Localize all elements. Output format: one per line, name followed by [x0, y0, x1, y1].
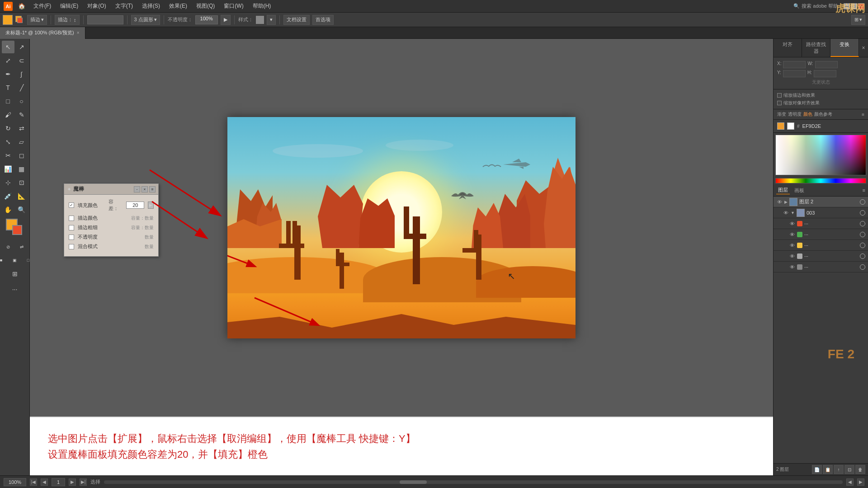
w-input[interactable]	[815, 61, 838, 68]
eraser-tool[interactable]: ◻	[15, 149, 28, 162]
gray2-layer-eye[interactable]: 👁	[789, 264, 795, 270]
reflect-tool[interactable]: ⇄	[15, 122, 28, 135]
arrange-button[interactable]: ⊞ ▾	[851, 15, 865, 25]
next-page-btn[interactable]: ▶	[69, 479, 76, 486]
opacity-input[interactable]: 100%	[195, 15, 218, 24]
y-input[interactable]	[783, 70, 806, 77]
gray1-layer-eye[interactable]: 👁	[789, 253, 795, 259]
scissors-tool[interactable]: ✂	[2, 149, 14, 162]
fill-none-icon[interactable]: ⊘	[2, 240, 14, 253]
point-type-button[interactable]: 3 点圆形 ▾	[131, 15, 160, 25]
move-to-layer-button[interactable]: ↑	[834, 465, 844, 474]
color-picker-main[interactable]	[775, 135, 866, 175]
red-layer-circle[interactable]	[860, 221, 865, 226]
layers-panel-menu-icon[interactable]: ≡	[863, 188, 865, 193]
menu-window[interactable]: 窗口(W)	[220, 1, 247, 11]
gradient-mode-icon[interactable]: ▣	[9, 254, 21, 267]
close-app-button[interactable]: ×	[858, 3, 864, 9]
select-tool[interactable]: ↖	[2, 41, 14, 53]
menu-view[interactable]: 视图(Q)	[193, 1, 218, 11]
stroke-color-checkbox[interactable]	[69, 216, 74, 221]
artboard-tool[interactable]: ⊡	[15, 176, 28, 189]
scroll-right-btn[interactable]: ▶	[857, 479, 864, 486]
fill-color-checkbox[interactable]: ✓	[69, 202, 74, 208]
menu-select[interactable]: 选择(S)	[138, 1, 164, 11]
scale-strokes-checkbox[interactable]	[777, 93, 782, 98]
first-page-btn[interactable]: |◀	[30, 479, 37, 486]
layers-tab[interactable]: 图层	[776, 186, 790, 194]
color-sublayer-red[interactable]: 👁 ···	[774, 218, 868, 229]
artboard-tab[interactable]: 画板	[793, 187, 806, 194]
zoom-tool[interactable]: 🔍	[15, 203, 28, 216]
scrollbar-thumb[interactable]	[400, 480, 427, 484]
yellow-layer-eye[interactable]: 👁	[789, 242, 795, 249]
background-color-swatch[interactable]	[12, 225, 22, 235]
green-layer-circle[interactable]	[860, 232, 865, 237]
last-page-btn[interactable]: ▶|	[80, 479, 87, 486]
screen-mode-button[interactable]: ⊞	[9, 267, 21, 280]
brush-mode-button[interactable]: 插边 ▾	[27, 15, 47, 25]
color-mode-icon[interactable]: ■	[0, 254, 8, 267]
symbol-tool[interactable]: ⊹	[2, 176, 14, 189]
color-picker-hue[interactable]	[775, 178, 866, 183]
doc-settings-button[interactable]: 文档设置	[283, 15, 310, 25]
layer003-target-circle[interactable]	[860, 210, 865, 216]
blob-brush-tool[interactable]: ✎	[15, 108, 28, 121]
hand-tool[interactable]: ✋	[2, 203, 14, 216]
horizontal-scrollbar[interactable]	[104, 480, 843, 484]
zoom-input[interactable]	[4, 478, 26, 486]
curvature-tool[interactable]: ∫	[15, 68, 28, 80]
style-button[interactable]: ▾	[267, 15, 276, 25]
tab-align[interactable]: 对齐	[774, 39, 802, 57]
rect-tool[interactable]: □	[2, 95, 14, 108]
magic-panel-close[interactable]: ×	[142, 186, 148, 192]
magic-panel-minimize[interactable]: -	[134, 186, 140, 192]
style-swatch[interactable]	[256, 16, 264, 24]
menu-edit[interactable]: 编辑(E)	[57, 1, 82, 11]
more-tools-button[interactable]: ···	[9, 283, 21, 296]
gray2-layer-circle[interactable]	[860, 264, 865, 270]
menu-object[interactable]: 对象(O)	[84, 1, 109, 11]
yellow-layer-circle[interactable]	[860, 243, 865, 248]
width-input[interactable]	[87, 15, 123, 24]
panel-menu-icon[interactable]: ≡	[862, 112, 864, 117]
menu-file[interactable]: 文件(F)	[30, 1, 55, 11]
color-sublayer-gray1[interactable]: 👁 ···	[774, 251, 868, 262]
document-tab[interactable]: 未标题-1* @ 100% (RGB/预览) ×	[0, 27, 85, 39]
blend-mode-checkbox[interactable]	[69, 244, 74, 249]
document-tab-close[interactable]: ×	[77, 30, 80, 35]
eyedropper-tool[interactable]: 💉	[2, 190, 14, 202]
x-input[interactable]	[783, 61, 806, 68]
green-layer-eye[interactable]: 👁	[789, 231, 795, 238]
direct-select-tool[interactable]: ↗	[15, 41, 28, 53]
opacity-increase-button[interactable]: ▶	[221, 15, 231, 25]
h-input[interactable]	[814, 70, 836, 77]
layer-item-003[interactable]: 👁 ▼ 003	[774, 207, 868, 218]
layer-item-layer2[interactable]: 👁 ▶ 图层 2	[774, 197, 868, 207]
layer003-expand-icon[interactable]: ▼	[791, 211, 795, 215]
lasso-tool[interactable]: ⊂	[15, 54, 28, 67]
layer2-visibility-icon[interactable]: 👁	[776, 199, 783, 205]
opacity-checkbox[interactable]	[69, 235, 74, 240]
line-tool[interactable]: ╱	[15, 81, 28, 94]
layer003-visibility-icon[interactable]: 👁	[783, 210, 789, 216]
rotate-tool[interactable]: ↻	[2, 122, 14, 135]
layer2-target-circle[interactable]	[860, 199, 865, 205]
prev-page-btn[interactable]: ◀	[41, 479, 48, 486]
minimize-app-button[interactable]: —	[844, 3, 850, 9]
pen-tool[interactable]: ✒	[2, 68, 14, 80]
color-sublayer-gray2[interactable]: 👁 ···	[774, 262, 868, 272]
stroke-thickness-checkbox[interactable]	[69, 225, 74, 230]
magic-panel-menu-icon[interactable]: ≡	[149, 186, 156, 192]
tab-pathfinder[interactable]: 路径查找器	[802, 39, 830, 57]
menu-effect[interactable]: 效果(E)	[165, 1, 191, 11]
color-sublayer-yellow[interactable]: 👁 ···	[774, 240, 868, 251]
scale-tool[interactable]: ⤡	[2, 136, 14, 148]
menu-help[interactable]: 帮助(H)	[249, 1, 275, 11]
page-input[interactable]	[52, 478, 65, 486]
gray1-layer-circle[interactable]	[860, 253, 865, 259]
create-layer-button[interactable]: 📄	[812, 465, 822, 474]
menu-text[interactable]: 文字(T)	[112, 1, 137, 11]
layer2-expand-icon[interactable]: ▶	[784, 200, 788, 204]
swap-colors-icon[interactable]: ⇌	[15, 240, 28, 253]
